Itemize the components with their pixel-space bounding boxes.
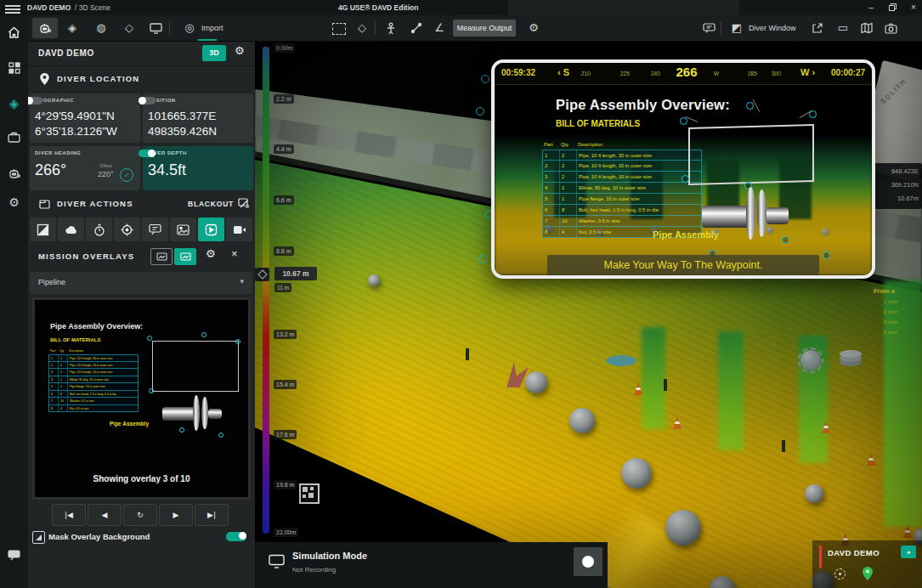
minimize-button[interactable]: – — [863, 0, 880, 15]
heading-check-icon[interactable]: ✓ — [120, 168, 133, 182]
preview-subtitle: BILL OF MATERIALS — [50, 337, 100, 342]
preview-diagram-rectangle — [152, 341, 239, 392]
diamond-tool-icon[interactable]: ◇ — [121, 19, 138, 37]
preview-status: Showing overlay 3 of 10 — [35, 474, 248, 483]
layers-tool-icon[interactable]: ◈ — [64, 19, 81, 37]
image-action-button[interactable] — [170, 218, 196, 241]
map-icon[interactable] — [857, 19, 876, 37]
dashboard-icon[interactable] — [6, 59, 22, 76]
hud-compass-bar: 00:59:32 ‹ S210225240266W285300W › 00:00… — [495, 63, 872, 85]
diver-helmet-tool-icon[interactable] — [35, 19, 55, 37]
diver-window-icon[interactable]: ◩ — [728, 19, 745, 37]
bom-header-row: PartQtyDescription — [542, 141, 702, 150]
cloud-action-button[interactable] — [58, 218, 84, 241]
screenshot-camera-icon[interactable] — [881, 19, 900, 37]
hamburger-menu-icon[interactable] — [5, 3, 20, 15]
bom-row: 51Pipe flange, 10 in outer size — [48, 383, 139, 391]
popup-caption: Pipe Assembly — [653, 229, 719, 240]
overlay-type-dropdown[interactable]: Pipeline ▾ — [30, 272, 252, 294]
debris-sphere — [569, 408, 595, 433]
sphere-tool-icon[interactable]: ◍ — [93, 19, 110, 37]
scene-annotation-line: 4 inch — [884, 330, 897, 335]
overlay-fullscreen-mode-icon-active[interactable] — [174, 248, 196, 265]
measure-line-icon[interactable] — [407, 19, 426, 37]
briefcase-icon[interactable] — [6, 129, 22, 145]
close-button[interactable]: × — [905, 0, 922, 15]
blackout-action-button[interactable] — [30, 218, 56, 241]
nav-prev-button[interactable]: ◀ — [88, 504, 122, 526]
bom-row: 42Elbow, 90 deg, 10 in outer size — [48, 376, 139, 384]
restore-button[interactable] — [884, 0, 901, 15]
nav-refresh-button[interactable]: ↻ — [123, 504, 157, 526]
nav-last-button[interactable]: ▶| — [195, 504, 229, 526]
annotation-dot — [218, 433, 223, 438]
annotation-dot — [746, 102, 754, 110]
message-action-button[interactable] — [142, 218, 168, 241]
bom-row: 68Bolt, hex head, 1.5 in long, 0.5 in di… — [48, 391, 139, 399]
overlay-preview[interactable]: Pipe Assembly Overview: BILL OF MATERIAL… — [32, 297, 251, 500]
3d-scene-icon-active[interactable]: ◈ — [6, 95, 22, 111]
mask-overlay-toggle[interactable] — [226, 532, 246, 541]
angle-measure-icon[interactable]: ∠ — [431, 19, 448, 37]
diver-hud-popup[interactable]: 00:59:32 ‹ S210225240266W285300W › 00:00… — [491, 59, 875, 279]
depth-tick: 0.00m — [274, 43, 295, 53]
waypoint-action-button[interactable] — [114, 218, 140, 241]
annotation-dot — [823, 252, 830, 259]
blackout-label[interactable]: BLACKOUT — [188, 200, 234, 208]
display-tool-icon[interactable] — [147, 19, 164, 37]
blackout-icon[interactable] — [236, 197, 250, 209]
position-toggle[interactable] — [139, 97, 156, 105]
pipe-flange — [746, 187, 755, 240]
feedback-icon[interactable] — [6, 547, 22, 563]
home-icon[interactable] — [6, 24, 22, 40]
simulation-mode-label: Simulation Mode — [292, 551, 367, 561]
edition-label: 4G USE® DAVD Edition — [338, 0, 418, 15]
depth-marker-handle[interactable] — [255, 268, 269, 281]
diver-heading-value: 266° — [35, 161, 66, 179]
nav-first-button[interactable]: |◀ — [52, 504, 86, 526]
diamond-select-icon[interactable]: ◇ — [354, 19, 370, 37]
compass-tick: 210 — [581, 71, 591, 76]
location-pin-green-icon[interactable] — [862, 566, 873, 580]
geographic-toggle[interactable] — [25, 97, 42, 105]
divider — [28, 65, 255, 66]
focus-crosshair-icon[interactable] — [834, 568, 846, 580]
diver-helmet-icon[interactable] — [6, 165, 22, 181]
diver-measure-icon[interactable] — [382, 19, 400, 37]
qr-locator-icon[interactable] — [299, 483, 320, 504]
annotation-dot — [149, 388, 154, 393]
play-action-button-active[interactable] — [198, 218, 224, 241]
diver-window-button[interactable]: Diver Window — [749, 19, 796, 37]
bom-row: 68Bolt, hex head, 1.5 in long, 0.5 in di… — [542, 205, 702, 216]
import-target-icon[interactable]: ◎ — [181, 19, 198, 37]
record-button[interactable] — [574, 547, 602, 576]
geographic-card: GEOGRAPHIC 4°29'59.4901"N 6°35'18.2126"W — [30, 93, 140, 143]
nav-next-button[interactable]: ▶ — [159, 504, 193, 526]
timer-action-button[interactable] — [86, 218, 112, 241]
diver-depth-toggle[interactable] — [139, 150, 156, 157]
measure-output-button[interactable]: Measure Output — [453, 20, 516, 37]
location-pin-icon — [38, 71, 50, 87]
import-button[interactable]: Import — [201, 19, 223, 37]
card-view-icon[interactable]: ▭ — [834, 19, 852, 37]
position-card: POSITION 101665.377E 498359.426N — [143, 93, 253, 143]
session-diver-badge[interactable]: ● — [901, 546, 916, 558]
video-action-button[interactable] — [226, 218, 252, 241]
seabed-post — [664, 379, 667, 391]
application-window: DAVD DEMO / 3D Scene 4G USE® DAVD Editio… — [0, 0, 922, 588]
measure-settings-gear-icon[interactable]: ⚙ — [525, 19, 542, 37]
mode-3d-badge[interactable]: 3D — [202, 45, 226, 61]
preview-pipe-flange — [201, 397, 208, 429]
panel-gear-icon[interactable]: ⚙ — [235, 44, 245, 57]
external-window-icon[interactable] — [808, 19, 827, 37]
compass-tick: 240 — [651, 71, 660, 76]
overlays-close-icon[interactable]: × — [231, 247, 238, 260]
overlays-gear-icon[interactable]: ⚙ — [206, 247, 216, 260]
marquee-select-icon[interactable] — [332, 23, 346, 35]
chat-icon[interactable] — [699, 19, 718, 37]
settings-gear-icon[interactable]: ⚙ — [6, 194, 22, 210]
overlay-window-mode-icon[interactable] — [150, 248, 173, 265]
waypoint-banner: Make Your Way To The Waypoint. — [547, 255, 819, 275]
annotation-dot — [201, 332, 206, 337]
preview-title: Pipe Assembly Overview: — [50, 322, 143, 331]
